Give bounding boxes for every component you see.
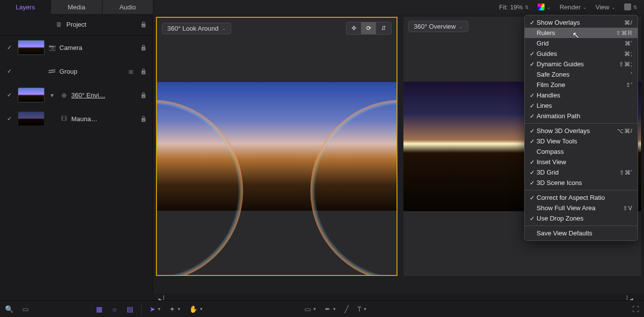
menu-item-label: Show Overlays — [537, 19, 624, 26]
stack-panels-icon[interactable]: ▤ — [127, 305, 133, 313]
lock-icon[interactable] — [139, 21, 149, 28]
menu-item-animation-path[interactable]: ✓Animation Path — [525, 111, 638, 121]
menu-item-inset-view[interactable]: ✓Inset View — [525, 157, 638, 167]
shape-tool[interactable]: ▭ — [304, 305, 316, 313]
menu-item-use-drop-zones[interactable]: ✓Use Drop Zones — [525, 213, 638, 224]
line-tool[interactable]: ╱ — [345, 305, 348, 313]
menu-item-label: Correct for Aspect Ratio — [537, 194, 633, 201]
project-row[interactable]: Project — [66, 21, 136, 28]
view-menu-popup: ✓Show Overlays⌘/Rulers⇧⌘RGrid⌘'✓Guides⌘;… — [524, 15, 638, 241]
check-icon: ✓ — [528, 102, 537, 109]
menu-item-show-full-view-area[interactable]: Show Full View Area⇧V — [525, 203, 638, 213]
fit-value: 19% — [510, 3, 523, 11]
visibility-checkbox[interactable]: ✓ — [4, 91, 15, 98]
stack-icon[interactable] — [126, 68, 136, 75]
disclosure-triangle-icon[interactable]: ▾ — [48, 91, 56, 99]
lock-icon[interactable] — [139, 92, 149, 98]
chevron-down-icon: ⌄ — [459, 24, 463, 29]
viewport-mode-label: 360° Overview — [414, 23, 456, 30]
chevron-down-icon: ⌄ — [222, 26, 226, 31]
gear-icon[interactable]: ☼ — [111, 305, 118, 313]
tab-media[interactable]: Media — [51, 0, 102, 14]
layer-clip[interactable]: Mauna… — [71, 115, 136, 123]
fit-control[interactable]: Fit: 19% ⇅ — [497, 2, 531, 12]
layer-thumbnail[interactable] — [18, 40, 45, 55]
layer-thumbnail[interactable] — [18, 111, 45, 126]
menu-item-safe-zones[interactable]: Safe Zones' — [525, 69, 638, 80]
orbit-tool[interactable]: ⟳ — [361, 22, 376, 34]
menu-item-label: Film Zone — [537, 81, 626, 89]
menu-item-shortcut: ⇧⌘R — [616, 30, 633, 37]
visibility-checkbox[interactable]: ✓ — [4, 68, 15, 75]
dolly-tool[interactable]: ⇵ — [376, 22, 391, 34]
menu-item-shortcut: ' — [631, 71, 633, 78]
menu-separator — [525, 226, 638, 226]
menu-item-label: Use Drop Zones — [537, 215, 633, 222]
menu-item-label: 3D View Tools — [537, 137, 633, 145]
pen-tool[interactable]: ✒ — [325, 305, 336, 313]
lock-icon[interactable] — [139, 45, 149, 51]
menu-item-shortcut: ⇧V — [623, 205, 633, 212]
layer-360-environment[interactable]: 360° Envi… — [71, 91, 136, 99]
menu-item-3d-scene-icons[interactable]: ✓3D Scene Icons — [525, 178, 638, 188]
menu-item-handles[interactable]: ✓Handles — [525, 90, 638, 100]
menu-item-label: Guides — [537, 50, 624, 57]
menu-item-3d-view-tools[interactable]: ✓3D View Tools — [525, 136, 638, 146]
tab-audio[interactable]: Audio — [102, 0, 153, 14]
clip-icon — [59, 115, 68, 122]
select-tool[interactable]: ➤ — [149, 305, 160, 313]
layout-menu[interactable]: ⇅ — [622, 2, 639, 11]
layer-group[interactable]: Group — [59, 68, 123, 75]
check-icon: ✓ — [528, 61, 537, 68]
layer-camera[interactable]: Camera — [59, 44, 136, 51]
menu-item-label: Safe Zones — [537, 71, 631, 78]
menu-item-film-zone[interactable]: Film Zone⇧' — [525, 80, 638, 90]
tab-layers[interactable]: Layers — [0, 0, 51, 14]
lock-icon[interactable] — [139, 68, 149, 75]
menu-item-label: Inset View — [537, 158, 633, 166]
render-menu[interactable]: Render ⌄ — [557, 2, 589, 12]
3d-transform-tool[interactable]: ✦ — [169, 305, 180, 313]
layer-thumbnail[interactable] — [18, 88, 45, 102]
menu-item-shortcut: ⇧⌘' — [619, 169, 633, 176]
render-label: Render — [559, 3, 581, 11]
menu-item-lines[interactable]: ✓Lines — [525, 100, 638, 111]
menu-item-save-view-defaults[interactable]: Save View Defaults — [525, 228, 638, 238]
lock-icon[interactable] — [139, 116, 149, 122]
stepper-icon: ⇅ — [633, 4, 637, 10]
viewport-primary[interactable]: 360° Look Around ⌄ ✥ ⟳ ⇵ — [156, 17, 397, 276]
search-icon[interactable]: 🔍 — [5, 305, 13, 313]
visibility-checkbox[interactable]: ✓ — [4, 44, 15, 51]
fullscreen-icon[interactable]: ⛶ — [632, 305, 639, 313]
color-channel-menu[interactable]: ⌄ — [536, 2, 552, 11]
menu-item-shortcut: ⌥⌘/ — [617, 128, 633, 135]
pan-tool[interactable]: ✥ — [347, 22, 361, 34]
menu-item-label: 3D Scene Icons — [537, 179, 633, 186]
visibility-checkbox[interactable]: ✓ — [4, 115, 15, 122]
environment-icon — [59, 91, 68, 99]
menu-item-shortcut: ⇧' — [626, 82, 633, 89]
text-tool[interactable]: T — [357, 305, 367, 313]
stepper-icon: ⇅ — [525, 4, 529, 10]
menu-item-guides[interactable]: ✓Guides⌘; — [525, 48, 638, 59]
menu-item-rulers[interactable]: Rulers⇧⌘R — [525, 28, 638, 38]
check-icon: ✓ — [528, 180, 537, 186]
menu-item-correct-for-aspect-ratio[interactable]: ✓Correct for Aspect Ratio — [525, 192, 638, 203]
menu-item-3d-grid[interactable]: ✓3D Grid⇧⌘' — [525, 167, 638, 178]
menu-item-compass[interactable]: Compass — [525, 146, 638, 157]
menu-item-grid[interactable]: Grid⌘' — [525, 38, 638, 48]
menu-item-show-3d-overlays[interactable]: ✓Show 3D Overlays⌥⌘/ — [525, 126, 638, 136]
menu-item-show-overlays[interactable]: ✓Show Overlays⌘/ — [525, 17, 638, 28]
viewport-mode-dropdown[interactable]: 360° Overview ⌄ — [408, 21, 468, 32]
check-icon: ✓ — [528, 128, 537, 135]
hand-tool[interactable]: ✋ — [189, 305, 202, 313]
checker-icon[interactable]: ▦ — [96, 305, 102, 313]
view-menu[interactable]: View ⌄ — [594, 2, 617, 12]
viewport-mode-label: 360° Look Around — [167, 25, 219, 32]
check-icon: ✓ — [528, 50, 537, 57]
panel-toggle-icon[interactable]: ▭ — [22, 305, 29, 313]
menu-item-label: Lines — [537, 102, 633, 109]
menu-item-dynamic-guides[interactable]: ✓Dynamic Guides⇧⌘; — [525, 59, 638, 69]
viewport-mode-dropdown[interactable]: 360° Look Around ⌄ — [162, 23, 231, 34]
chevron-down-icon: ⌄ — [546, 4, 550, 10]
